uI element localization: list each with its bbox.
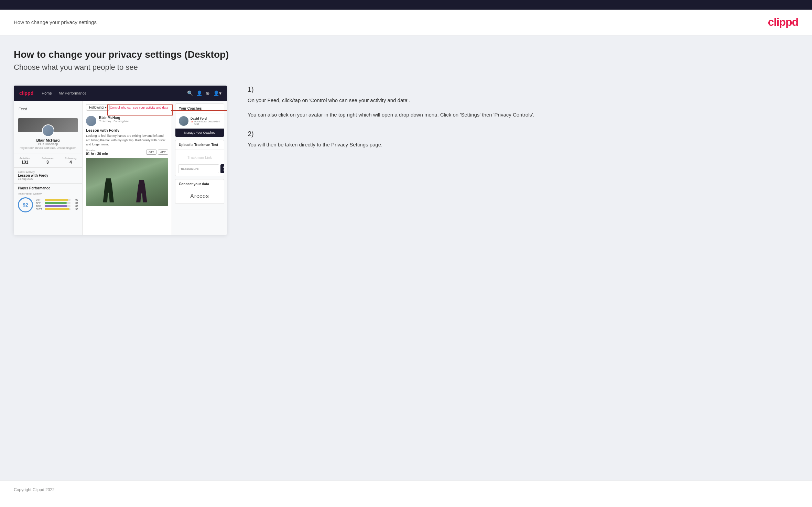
stat-following-label: Following <box>65 157 77 160</box>
top-bar <box>0 0 812 10</box>
app-nav-right: 🔍 👤 ⊕ 👤▾ <box>187 90 221 96</box>
following-label: Following <box>89 106 104 109</box>
bar-arg: ARG 86 <box>36 205 78 207</box>
location-icon: 📍 <box>191 121 194 124</box>
feed-header: Following ▾ Control who can see your act… <box>86 104 168 113</box>
user-club: Royal North Devon Golf Club, United King… <box>18 146 78 150</box>
user-avatar <box>42 124 54 137</box>
instruction-2: 2) You will then be taken directly to th… <box>248 130 798 149</box>
stat-followers-value: 3 <box>42 160 53 165</box>
footer-text: Copyright Clippd 2022 <box>14 487 55 492</box>
latest-activity-name: Lesson with Fordy <box>18 174 78 177</box>
perf-bars: OTT 90 APP 85 <box>36 199 78 211</box>
bar-putt: PUTT 96 <box>36 208 78 210</box>
app-nav-logo: clippd <box>19 90 33 96</box>
instruction-1-extra: You can also click on your avatar in the… <box>248 111 798 119</box>
post-image <box>86 158 168 206</box>
coach-item: David Ford 📍 Royal North Devon Golf Club <box>175 113 224 129</box>
app-nav-links: Home My Performance <box>42 91 86 95</box>
duration-row: Duration 01 hr : 30 min OTT APP <box>86 149 168 156</box>
instruction-2-number: 2) <box>248 130 798 138</box>
tag-row: OTT APP <box>146 150 168 155</box>
latest-activity-date: 03 Aug 2022 <box>18 177 78 180</box>
trackman-placeholder-text: Trackman Link <box>187 155 212 159</box>
person-icon[interactable]: 👤 <box>196 90 202 96</box>
user-handicap: Plus Handicap <box>18 142 78 146</box>
nav-link-home[interactable]: Home <box>42 91 52 95</box>
manage-coaches-button[interactable]: Manage Your Coaches <box>175 129 224 137</box>
stat-activities: Activities 131 <box>20 157 31 165</box>
clippd-logo: clippd <box>768 16 798 29</box>
arccos-logo: Arccos <box>175 189 224 203</box>
tag-ott: OTT <box>146 150 156 155</box>
search-icon[interactable]: 🔍 <box>187 90 193 96</box>
stat-following: Following 4 <box>65 157 77 165</box>
connect-section: Connect your data Arccos <box>175 179 224 204</box>
main-content: How to change your privacy settings (Des… <box>0 35 812 481</box>
connect-title: Connect your data <box>175 179 224 189</box>
content-area: clippd Home My Performance 🔍 👤 ⊕ 👤▾ <box>14 86 798 235</box>
duration-label: Duration <box>86 149 108 152</box>
following-button[interactable]: Following ▾ <box>86 104 110 111</box>
header: How to change your privacy settings clip… <box>0 10 812 35</box>
stat-activities-value: 131 <box>20 160 31 165</box>
user-name: Blair McHarg <box>18 138 78 142</box>
golfer-silhouette-1 <box>102 178 115 202</box>
coaches-title: Your Coaches <box>175 104 224 113</box>
app-screenshot: clippd Home My Performance 🔍 👤 ⊕ 👤▾ <box>14 86 227 235</box>
user-card: Blair McHarg Plus Handicap Royal North D… <box>14 114 82 154</box>
avatar-img <box>43 125 54 136</box>
chevron-down-icon: ▾ <box>105 106 107 109</box>
instruction-1-number: 1) <box>248 86 798 93</box>
user-avatar-area <box>18 118 78 135</box>
page-subheading: Choose what you want people to see <box>14 63 798 72</box>
stat-activities-label: Activities <box>20 157 31 160</box>
user-stats: Activities 131 Followers 3 Following 4 <box>14 154 82 168</box>
stat-followers: Followers 3 <box>42 157 53 165</box>
trackman-section: Upload a Trackman Test Trackman Link Add… <box>175 140 224 176</box>
coach-club: 📍 Royal North Devon Golf Club <box>191 120 220 125</box>
post-card: Blair McHarg Yesterday · Sunningdale Les… <box>86 116 168 206</box>
instructions-panel: 1) On your Feed, click/tap on 'Control w… <box>241 86 798 160</box>
post-img-inner <box>86 158 168 206</box>
app-feed: Following ▾ Control who can see your act… <box>83 101 172 235</box>
player-perf-label: Player Performance <box>18 186 78 190</box>
instruction-2-text: You will then be taken directly to the P… <box>248 141 798 149</box>
app-right-panel: Your Coaches David Ford 📍 Royal North De… <box>172 101 227 235</box>
add-link-button[interactable]: Add Link <box>220 164 224 173</box>
control-privacy-link[interactable]: Control who can see your activity and da… <box>110 106 168 109</box>
bar-ott: OTT 90 <box>36 199 78 201</box>
add-circle-icon[interactable]: ⊕ <box>206 90 210 96</box>
circle-score: 92 <box>18 197 33 212</box>
bar-app: APP 85 <box>36 202 78 204</box>
nav-link-performance[interactable]: My Performance <box>59 91 87 95</box>
app-screenshot-wrapper: clippd Home My Performance 🔍 👤 ⊕ 👤▾ <box>14 86 227 235</box>
quality-label: Total Player Quality <box>18 192 78 195</box>
header-title: How to change your privacy settings <box>14 19 97 25</box>
trackman-placeholder-area: Trackman Link <box>175 150 224 164</box>
stat-following-value: 4 <box>65 160 77 165</box>
coaches-section: Your Coaches David Ford 📍 Royal North De… <box>175 103 224 137</box>
duration-value: 01 hr : 30 min <box>86 152 108 156</box>
feed-tab[interactable]: Feed <box>14 104 82 114</box>
coach-avatar <box>179 116 188 126</box>
post-avatar <box>86 116 96 126</box>
perf-content: 92 OTT 90 APP <box>18 197 78 212</box>
instruction-1: 1) On your Feed, click/tap on 'Control w… <box>248 86 798 119</box>
footer: Copyright Clippd 2022 <box>0 481 812 498</box>
app-nav: clippd Home My Performance 🔍 👤 ⊕ 👤▾ <box>14 86 227 101</box>
golfer-silhouette-2 <box>136 180 148 202</box>
page-heading: How to change your privacy settings (Des… <box>14 49 798 60</box>
post-date: Yesterday · Sunningdale <box>99 120 129 123</box>
post-title: Lesson with Fordy <box>86 128 168 132</box>
coach-name: David Ford <box>191 117 220 120</box>
instruction-1-text: On your Feed, click/tap on 'Control who … <box>248 96 798 104</box>
avatar-icon[interactable]: 👤▾ <box>213 90 221 96</box>
post-body: Looking to feel like my hands are exitin… <box>86 134 168 147</box>
tag-app: APP <box>158 150 168 155</box>
trackman-input[interactable] <box>178 164 219 173</box>
stat-followers-label: Followers <box>42 157 53 160</box>
coach-club-name: Royal North Devon Golf Club <box>194 120 220 125</box>
latest-activity: Latest Activity Lesson with Fordy 03 Aug… <box>14 168 82 184</box>
post-username: Blair McHarg <box>99 116 129 120</box>
